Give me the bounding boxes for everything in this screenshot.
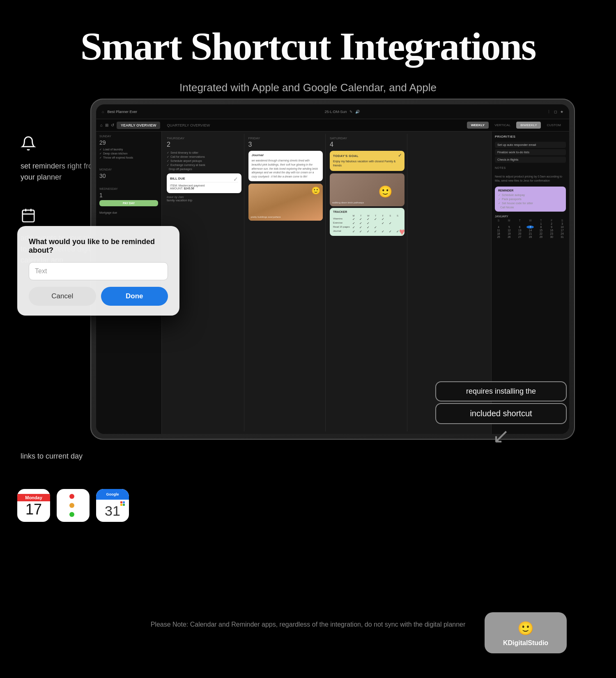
done-button[interactable]: Done	[101, 287, 168, 306]
navtab-yearly[interactable]: YEARLY OVERVIEW	[117, 122, 160, 129]
cancel-button[interactable]: Cancel	[29, 287, 96, 306]
google-calendar-icon[interactable]: Google 31	[96, 489, 129, 522]
studio-name: KDigitalStudio	[491, 639, 560, 647]
todays-goal-text: Enjoy my fabulous vacation with closest …	[333, 159, 401, 168]
reminder-card: REMINDER ✓Schedule autopay ✓Pack passpor…	[495, 187, 566, 212]
sidebar-task-3: ✓Throw off expired foods	[99, 156, 158, 160]
heart-sticker: ♥	[399, 226, 405, 238]
sidebar-task-1: ✓Load of laundry	[99, 148, 158, 152]
calendar-day-number: 17	[25, 502, 42, 517]
nav-icon-grid: ⊞	[105, 123, 108, 127]
photo-buildings: pretty buildings everywhere 🙂	[248, 184, 323, 221]
view-weekly[interactable]: WEEKLY	[467, 122, 489, 129]
dialog-title: What would you like to be reminded about…	[29, 238, 168, 255]
journal-card: Journal we wandered through charming str…	[248, 151, 323, 181]
planner-title: Best Planner Ever	[107, 110, 137, 114]
studio-badge: 🙂 KDigitalStudio	[485, 612, 567, 653]
bill-card: BILL DUE ITEM: Mastercard payment AMOUNT…	[167, 173, 241, 193]
day-saturday: SATURDAY 4 ✓ TODAY'S GOAL Enjoy my fabul…	[327, 134, 407, 431]
callout-line2: included shortcut	[435, 403, 567, 424]
tracker-card: TRACKER M T W T F S S	[330, 208, 405, 236]
reminders-app-icon[interactable]	[57, 489, 90, 522]
priority-2: Finalize work to-do lists	[495, 149, 566, 155]
nav-icon-home: ⌂	[100, 123, 103, 127]
bill-amount: $245.56	[184, 187, 194, 190]
photo-walking: walking down brick pathways	[330, 173, 405, 206]
sidebar-task-2: ✓Deep clean kitchen	[99, 152, 158, 156]
priority-1: Set up auto responder email	[495, 142, 566, 148]
sidebar-section-sunday: SUNDAY 29 ✓Load of laundry ✓Deep clean k…	[99, 135, 158, 160]
reminder-input[interactable]	[29, 262, 168, 280]
page-title: Smart Shortcut Integrations	[41, 25, 575, 68]
svg-rect-0	[23, 210, 34, 221]
screen-topbar: ⌂ Best Planner Ever 25-L-DM-Sun ✎🔊 ⋮◻★	[96, 104, 569, 119]
topbar-date: 25-L-DM-Sun	[324, 110, 347, 114]
notes-text: Need to adjust product pricing by 0.5am …	[495, 175, 566, 183]
apple-calendar-icon[interactable]: Monday 17	[17, 489, 50, 522]
app-icons-row: Monday 17 Google 31	[17, 489, 129, 522]
todays-goal-card: ✓ TODAY'S GOAL Enjoy my fabulous vacatio…	[330, 151, 405, 171]
priority-3: Check-in flights	[495, 157, 566, 163]
navtab-quarterly[interactable]: QUARTERLY OVERVIEW	[163, 122, 214, 129]
smiley-sticker: 🙂	[378, 185, 393, 198]
journal-text: we wandered through charming streets lin…	[252, 159, 320, 179]
gcal-num: 31	[105, 503, 120, 519]
reminder-dialog: What would you like to be reminded about…	[17, 226, 179, 316]
callout-area: requires installing the included shortcu…	[435, 381, 567, 448]
view-biweekly[interactable]: BIWEEKLY	[516, 122, 541, 129]
callout-line1: requires installing the	[435, 381, 567, 401]
mini-calendar: JANUARY S M T W T F S	[495, 215, 566, 238]
callout-arrow-icon: ↙	[435, 424, 567, 448]
day-friday: FRIDAY 3 Journal we wandered through cha…	[246, 134, 326, 431]
links-to-current-day: links to current day	[21, 452, 83, 461]
studio-smiley-icon: 🙂	[491, 620, 560, 636]
bill-item: Mastercard payment	[179, 184, 205, 187]
view-custom[interactable]: CUSTOM	[542, 122, 565, 129]
calendar-day-label: Monday	[17, 494, 50, 501]
screen-navtabs: ⌂ ⊞ ↺ YEARLY OVERVIEW QUARTERLY OVERVIEW…	[96, 119, 569, 131]
nav-icon-refresh: ↺	[111, 123, 114, 127]
view-vertical[interactable]: VERTICAL	[490, 122, 515, 129]
